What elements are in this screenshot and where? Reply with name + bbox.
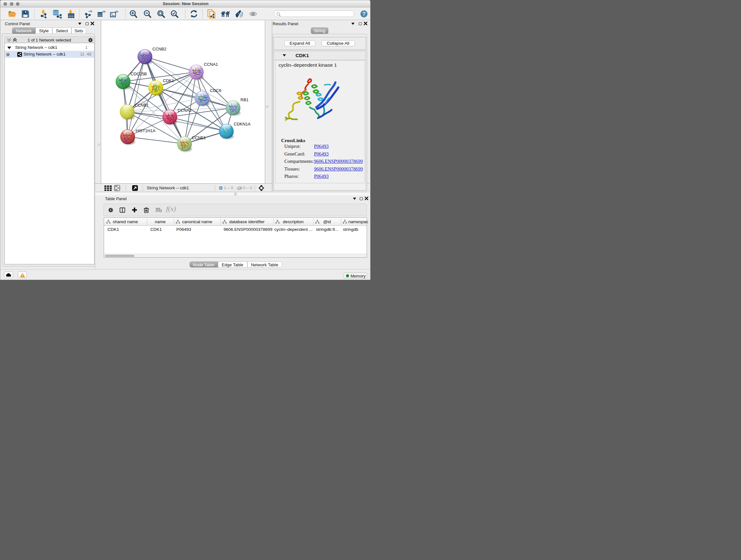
svg-text:CCNB2: CCNB2 [152, 47, 166, 51]
svg-text:CDKN1A: CDKN1A [233, 122, 251, 126]
svg-text:?: ? [362, 11, 365, 17]
svg-text:CDK1: CDK1 [163, 78, 174, 83]
svg-text:CDC6: CDC6 [210, 88, 221, 93]
svg-text:CCNA1: CCNA1 [204, 62, 218, 67]
svg-text:CCNE1: CCNE1 [192, 135, 206, 140]
svg-text:CDC25B: CDC25B [131, 71, 147, 76]
svg-text:HIST1H1A: HIST1H1A [136, 128, 155, 133]
svg-text:CCNA2: CCNA2 [178, 108, 192, 113]
svg-text:CCNB1: CCNB1 [135, 103, 149, 108]
svg-text:RB1: RB1 [240, 97, 248, 102]
